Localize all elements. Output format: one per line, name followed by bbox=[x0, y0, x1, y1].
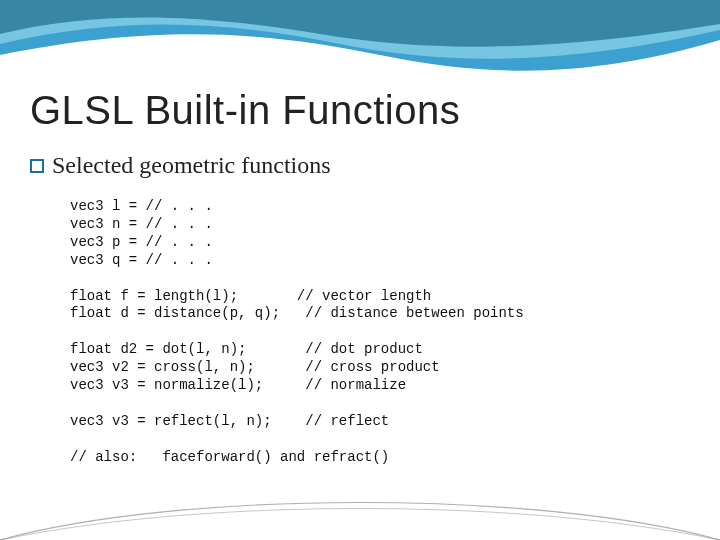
code-block: vec3 l = // . . . vec3 n = // . . . vec3… bbox=[70, 198, 524, 467]
slide: GLSL Built-in Functions Selected geometr… bbox=[0, 0, 720, 540]
decorative-wave-top bbox=[0, 0, 720, 90]
bullet-icon bbox=[30, 159, 44, 173]
slide-subtitle: Selected geometric functions bbox=[52, 152, 331, 179]
subtitle-row: Selected geometric functions bbox=[30, 152, 331, 179]
slide-title: GLSL Built-in Functions bbox=[30, 88, 460, 133]
decorative-curve-bottom bbox=[0, 480, 720, 540]
